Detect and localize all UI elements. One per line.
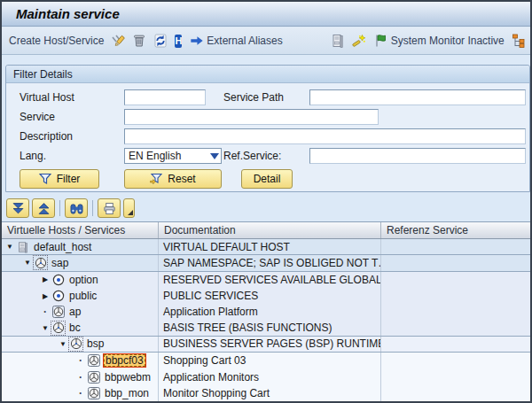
create-host-service-button[interactable]: Create Host/Service [9,35,104,47]
table-row[interactable]: ·bbpcf03Shopping Cart 03 [2,353,530,368]
service-icon[interactable] [51,306,65,319]
external-arrow-icon [189,33,205,49]
service-name[interactable]: default_host [32,241,93,253]
service-label: Service [20,110,119,124]
virtual-host-label: Virtual Host [20,90,119,105]
language-select[interactable]: EN English [124,148,222,164]
service-tree-cell: ▼default_host [2,239,159,254]
referenz-service-cell[interactable] [381,385,530,401]
help-h-icon[interactable]: H [175,35,182,48]
filter-button[interactable]: Filter [20,169,99,189]
documentation-cell[interactable]: RESERVED SERVICES AVAILABLE GLOBALLY [159,272,381,288]
table-header: Virtuelle Hosts / Services Documentation… [2,222,530,239]
table-row[interactable]: ·bbpwebmApplication Monitors [2,368,530,384]
referenz-service-cell[interactable] [381,368,530,384]
expander-icon[interactable]: ▶ [41,275,50,283]
service-path-field[interactable] [309,89,526,105]
referenz-service-cell[interactable] [381,255,530,270]
documentation-cell[interactable]: PUBLIC SERVICES [159,288,381,304]
referenz-service-cell[interactable] [381,272,530,288]
virtual-host-field[interactable] [124,89,206,105]
referenz-service-cell[interactable] [381,288,530,304]
referenz-service-cell[interactable] [381,304,530,320]
service-name[interactable]: public [67,290,98,302]
system-monitor-button[interactable]: System Monitor Inactive [373,33,505,49]
host-icon[interactable] [16,240,29,253]
referenz-service-cell[interactable] [381,239,530,254]
service-tree-cell: ·bbp_mon [2,385,159,401]
print-icon[interactable] [98,198,121,218]
expand-all-icon[interactable] [6,198,29,218]
service-icon[interactable] [87,370,100,384]
service-name[interactable]: bsp [85,337,106,350]
documentation-cell[interactable]: BASIS TREE (BASIS FUNCTIONS) [159,321,381,336]
column-header-documentation[interactable]: Documentation [159,222,381,238]
table-row[interactable]: ·apApplication Platform [2,304,530,320]
reset-button[interactable]: Reset [124,169,222,189]
description-field[interactable] [124,128,526,144]
service-name[interactable]: bbpwebm [103,371,153,384]
documentation-cell[interactable]: Monitor Shopping Cart [159,385,381,401]
option-icon[interactable] [51,273,65,286]
expander-icon[interactable]: ▶ [41,292,50,300]
edit-pencil-icon[interactable] [111,33,125,49]
service-tree-cell: ·bbpwebm [2,368,159,384]
service-name-selected[interactable]: bbpcf03 [103,353,146,368]
expander-icon[interactable]: ▼ [59,340,67,348]
expander-icon[interactable]: ▼ [23,259,32,267]
service-name[interactable]: bc [67,322,82,334]
service-name[interactable]: ap [67,306,82,318]
detail-button[interactable]: Detail [241,169,293,189]
referenz-service-cell[interactable] [381,337,530,352]
column-header-hosts[interactable]: Virtuelle Hosts / Services [2,222,159,238]
service-tree-icon[interactable] [34,256,47,269]
server-icon[interactable] [331,33,345,49]
external-aliases-button[interactable]: External Aliases [189,33,282,49]
service-name[interactable]: sap [50,257,70,269]
table-row[interactable]: ·bbp_monMonitor Shopping Cart [2,385,530,401]
trash-icon[interactable] [132,33,146,49]
table-row[interactable]: ▼sapSAP NAMESPACE; SAP IS OBLIGED NOT T… [2,255,530,271]
documentation-cell[interactable]: Application Monitors [159,368,381,384]
wizard-wand-icon[interactable] [352,33,366,49]
application-toolbar: Create Host/Service H External Aliases [2,27,530,55]
service-icon[interactable] [87,386,100,399]
leaf-bullet-icon: · [76,354,85,367]
service-field[interactable] [124,109,379,125]
table-row[interactable]: ▼default_hostVIRTUAL DEFAULT HOST [2,239,530,255]
referenz-service-cell[interactable] [381,353,530,368]
filter-funnel-icon [39,173,51,185]
expander-icon[interactable]: ▼ [41,324,50,332]
leaf-bullet-icon: · [41,306,50,318]
documentation-cell[interactable]: BUSINESS SERVER PAGES (BSP) RUNTIME [159,337,381,352]
option-icon[interactable] [51,290,65,303]
table-row[interactable]: ▼bcBASIS TREE (BASIS FUNCTIONS) [2,321,530,337]
ref-service-label: Ref.Service: [223,149,281,163]
tree-toolbar [6,198,135,219]
documentation-cell[interactable]: SAP NAMESPACE; SAP IS OBLIGED NOT T… [159,255,381,270]
service-tree-cell: ▶option [2,272,159,288]
find-icon[interactable] [65,198,88,218]
documentation-cell[interactable]: VIRTUAL DEFAULT HOST [159,239,381,254]
column-header-referenz[interactable]: Referenz Service [381,222,530,238]
hierarchy-icon[interactable] [512,33,526,49]
language-label: Lang. [20,149,119,163]
service-name[interactable]: bbp_mon [103,387,151,399]
service-tree-icon[interactable] [69,337,82,351]
page-title: Maintain service [16,6,120,21]
service-name[interactable]: option [67,274,100,286]
table-row[interactable]: ▶publicPUBLIC SERVICES [2,288,530,304]
service-tree-icon[interactable] [51,322,65,335]
collapse-all-icon[interactable] [32,198,55,218]
table-row[interactable]: ▶optionRESERVED SERVICES AVAILABLE GLOBA… [2,272,530,288]
referenz-service-cell[interactable] [381,321,530,336]
table-row[interactable]: ▼bspBUSINESS SERVER PAGES (BSP) RUNTIME [2,337,530,353]
ref-service-field[interactable] [309,148,526,164]
documentation-cell[interactable]: Shopping Cart 03 [159,353,381,368]
expander-icon[interactable]: ▼ [5,243,14,251]
refresh-icon[interactable] [153,33,168,49]
documentation-cell[interactable]: Application Platform [159,304,381,320]
service-icon[interactable] [87,354,100,368]
print-dropdown-icon[interactable] [123,198,135,218]
green-flag-icon [373,33,389,49]
